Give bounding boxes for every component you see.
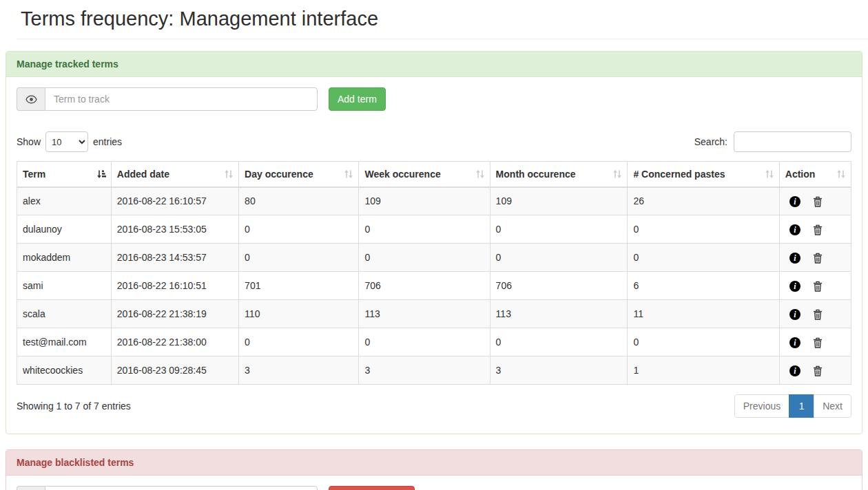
sort-both-icon — [344, 169, 353, 179]
cell-action — [779, 272, 851, 300]
cell-week: 109 — [359, 187, 490, 215]
table-row: dulaunoy 2016-08-23 15:53:05 0 0 0 0 — [17, 215, 851, 244]
sort-both-icon — [475, 169, 485, 179]
column-header-action[interactable]: Action — [779, 162, 851, 187]
sort-ascending-icon — [96, 169, 106, 179]
cell-day: 0 — [239, 215, 359, 244]
blacklisted-terms-panel: Manage blacklisted terms — [6, 449, 862, 490]
info-icon[interactable] — [789, 309, 800, 320]
table-row: mokaddem 2016-08-23 14:53:57 0 0 0 0 — [17, 244, 851, 272]
add-blacklist-button[interactable] — [329, 486, 415, 490]
cell-added-date: 2016-08-22 21:38:19 — [111, 300, 238, 328]
cell-added-date: 2016-08-22 16:10:51 — [111, 272, 238, 300]
table-row: scala 2016-08-22 21:38:19 110 113 113 11 — [17, 300, 851, 328]
cell-day: 110 — [239, 300, 359, 328]
title-divider — [17, 39, 868, 39]
term-input-group — [17, 87, 318, 111]
cell-month: 0 — [490, 328, 628, 356]
cell-pastes: 0 — [628, 215, 779, 244]
cell-month: 0 — [490, 215, 628, 244]
cell-week: 0 — [359, 215, 490, 244]
blacklist-term-input[interactable] — [45, 486, 318, 490]
cell-added-date: 2016-08-23 09:28:45 — [111, 356, 238, 385]
info-icon[interactable] — [789, 337, 800, 348]
show-label: Show — [17, 136, 41, 147]
column-header-week-occurence[interactable]: Week occurence — [359, 162, 490, 187]
info-icon[interactable] — [789, 281, 800, 292]
cell-pastes: 1 — [628, 356, 779, 385]
column-header-added-date[interactable]: Added date — [111, 162, 238, 187]
blacklist-input-addon — [17, 486, 45, 490]
search-input[interactable] — [734, 131, 851, 152]
pagination-previous[interactable]: Previous — [734, 394, 789, 418]
eye-icon — [25, 95, 37, 104]
length-control: Show 10 entries — [17, 131, 122, 152]
info-icon[interactable] — [789, 196, 800, 207]
cell-day: 0 — [239, 244, 359, 272]
table-controls-row: Show 10 entries Search: — [17, 131, 851, 152]
cell-term: sami — [17, 272, 112, 300]
blacklist-input-group — [17, 486, 318, 490]
cell-action — [779, 215, 851, 244]
cell-day: 3 — [239, 356, 359, 385]
cell-action — [779, 328, 851, 356]
tracked-terms-table: Term — [17, 161, 851, 385]
info-icon[interactable] — [789, 253, 800, 264]
cell-month: 0 — [490, 244, 628, 272]
cell-term: mokaddem — [17, 244, 112, 272]
cell-week: 0 — [359, 244, 490, 272]
sort-both-icon — [765, 169, 774, 179]
trash-icon[interactable] — [813, 196, 823, 207]
cell-term: alex — [17, 187, 112, 215]
column-header-term[interactable]: Term — [17, 162, 112, 187]
cell-term: dulaunoy — [17, 215, 112, 244]
term-input[interactable] — [45, 87, 318, 111]
tracked-terms-panel: Manage tracked terms Add term — [6, 51, 862, 434]
cell-action — [779, 356, 851, 385]
page-length-select[interactable]: 10 — [45, 131, 88, 152]
cell-week: 706 — [359, 272, 490, 300]
cell-pastes: 0 — [628, 328, 779, 356]
column-header-day-occurence[interactable]: Day occurence — [239, 162, 359, 187]
add-blacklist-row — [17, 486, 851, 490]
cell-added-date: 2016-08-22 21:38:00 — [111, 328, 238, 356]
pagination: Previous 1 Next — [734, 394, 851, 418]
trash-icon[interactable] — [813, 281, 823, 292]
cell-term: whitecoockies — [17, 356, 112, 385]
cell-added-date: 2016-08-23 14:53:57 — [111, 244, 238, 272]
trash-icon[interactable] — [813, 253, 823, 264]
cell-action — [779, 244, 851, 272]
cell-week: 0 — [359, 328, 490, 356]
add-term-row: Add term — [17, 87, 851, 111]
cell-month: 706 — [490, 272, 628, 300]
cell-pastes: 6 — [628, 272, 779, 300]
table-row: test@mail.com 2016-08-22 21:38:00 0 0 0 … — [17, 328, 851, 356]
entries-label: entries — [93, 136, 122, 147]
cell-pastes: 0 — [628, 244, 779, 272]
cell-day: 701 — [239, 272, 359, 300]
pagination-next[interactable]: Next — [814, 394, 851, 418]
trash-icon[interactable] — [813, 309, 823, 320]
search-control: Search: — [694, 131, 851, 152]
table-summary: Showing 1 to 7 of 7 entries — [17, 401, 131, 412]
cell-added-date: 2016-08-22 16:10:57 — [111, 187, 238, 215]
sort-both-icon — [224, 169, 234, 179]
cell-week: 3 — [359, 356, 490, 385]
info-icon[interactable] — [789, 365, 800, 376]
sort-both-icon — [612, 169, 622, 179]
column-header-month-occurence[interactable]: Month occurence — [490, 162, 628, 187]
column-header-concerned-pastes[interactable]: # Concerned pastes — [628, 162, 779, 187]
add-term-button[interactable]: Add term — [329, 87, 386, 111]
info-icon[interactable] — [789, 224, 800, 235]
table-footer-row: Showing 1 to 7 of 7 entries Previous 1 N… — [17, 394, 851, 423]
pagination-page-1[interactable]: 1 — [789, 394, 814, 418]
page-title: Terms frequency: Management interface — [21, 8, 868, 30]
blacklist-panel-heading: Manage blacklisted terms — [6, 450, 862, 476]
trash-icon[interactable] — [813, 337, 823, 348]
table-header-row: Term — [17, 162, 851, 187]
trash-icon[interactable] — [813, 224, 823, 235]
cell-month: 113 — [490, 300, 628, 328]
trash-icon[interactable] — [813, 365, 823, 376]
cell-day: 80 — [239, 187, 359, 215]
cell-pastes: 26 — [628, 187, 779, 215]
